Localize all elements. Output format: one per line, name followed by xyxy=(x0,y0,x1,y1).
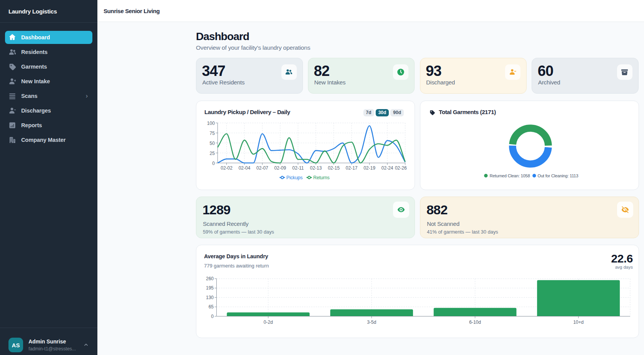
svg-text:0-2d: 0-2d xyxy=(264,320,273,325)
svg-text:02-04: 02-04 xyxy=(239,165,251,170)
svg-text:02-26: 02-26 xyxy=(395,165,407,170)
svg-text:02-19: 02-19 xyxy=(363,165,375,170)
svg-text:02-15: 02-15 xyxy=(328,165,340,170)
svg-text:75: 75 xyxy=(210,130,215,136)
svg-text:Returned Clean: 1058: Returned Clean: 1058 xyxy=(490,173,530,178)
svg-text:02-02: 02-02 xyxy=(221,165,233,170)
svg-text:02-17: 02-17 xyxy=(346,165,358,170)
svg-text:100: 100 xyxy=(207,120,215,126)
svg-text:02-24: 02-24 xyxy=(381,165,393,170)
svg-text:02-09: 02-09 xyxy=(274,165,286,170)
svg-text:0: 0 xyxy=(212,160,215,166)
svg-text:0: 0 xyxy=(211,314,214,319)
svg-text:02-11: 02-11 xyxy=(292,165,304,170)
svg-text:3-5d: 3-5d xyxy=(367,320,376,325)
svg-text:25: 25 xyxy=(210,150,215,156)
svg-text:195: 195 xyxy=(206,285,214,291)
svg-text:10+d: 10+d xyxy=(573,320,584,325)
svg-text:6-10d: 6-10d xyxy=(469,320,481,325)
svg-text:Returns: Returns xyxy=(313,175,330,180)
svg-text:02-07: 02-07 xyxy=(256,165,268,170)
svg-text:Out for Cleaning: 1113: Out for Cleaning: 1113 xyxy=(538,173,579,178)
svg-text:50: 50 xyxy=(210,140,215,146)
svg-text:Pickups: Pickups xyxy=(286,175,303,180)
svg-text:02-13: 02-13 xyxy=(310,165,322,170)
svg-text:65: 65 xyxy=(209,304,214,310)
svg-text:130: 130 xyxy=(206,295,214,300)
svg-text:260: 260 xyxy=(206,276,214,281)
